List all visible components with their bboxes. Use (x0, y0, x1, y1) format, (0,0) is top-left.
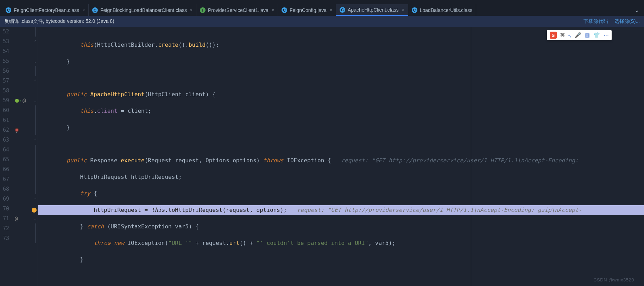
tab-loadbalancerutils[interactable]: C LoadBalancerUtils.class (408, 4, 476, 16)
tab-feignconfig[interactable]: C FeignConfig.java × (278, 4, 336, 16)
inline-debug-hint: request: "GET http://providerservice/use… (341, 157, 578, 164)
skin-icon[interactable]: 👕 (593, 32, 600, 38)
ime-punct-icon[interactable]: •, (568, 33, 571, 38)
editor-tab-bar: C FeignClientFactoryBean.class × C Feign… (0, 4, 644, 16)
banner-text: 反编译 .class文件, bytecode version: 52.0 (Ja… (4, 18, 114, 25)
interface-icon: I (200, 7, 206, 13)
tab-feignclientfactorybean[interactable]: C FeignClientFactoryBean.class × (2, 4, 89, 16)
download-sources-link[interactable]: 下载源代码 (583, 18, 608, 25)
line-number-column: 5253545556575859606162636465666768697071… (0, 27, 13, 286)
ime-lang-label[interactable]: 英 (560, 32, 565, 38)
close-icon[interactable]: × (330, 8, 332, 13)
intention-bulb-icon[interactable] (32, 208, 37, 213)
tab-label: FeignClientFactoryBean.class (14, 7, 79, 13)
breakpoint-icon[interactable] (15, 128, 19, 132)
class-icon: C (340, 7, 345, 13)
tab-feignblockingloadbalancerclient[interactable]: C FeignBlockingLoadBalancerClient.class … (89, 4, 196, 16)
gutter[interactable]: 5253545556575859606162636465666768697071… (0, 27, 38, 286)
tab-label: ApacheHttpClient.class (348, 7, 399, 13)
choose-sources-link[interactable]: 选择源(S)... (614, 18, 640, 25)
top-spacer (0, 0, 644, 4)
at-annotation-icon: @ (23, 97, 26, 104)
class-icon: C (282, 7, 287, 13)
tab-label: ProviderServiceClient1.java (208, 7, 269, 13)
execution-point-line: httpUriRequest = this.toHttpUriRequest(r… (38, 205, 644, 215)
close-icon[interactable]: × (272, 8, 274, 13)
more-icon[interactable]: ⋯ (604, 32, 609, 38)
tab-providerserviceclient1[interactable]: I ProviderServiceClient1.java × (196, 4, 278, 16)
at-annotation-icon: @ (15, 215, 18, 222)
override-up-icon[interactable]: 🟢↑ (15, 99, 21, 103)
tabs-dropdown-icon[interactable]: ⌄ (630, 7, 644, 13)
class-icon: C (412, 7, 417, 13)
ime-logo-icon[interactable]: S (550, 32, 557, 39)
code-area[interactable]: this(HttpClientBuilder.create().build())… (38, 27, 644, 286)
ime-toolbar[interactable]: S 英 •, 🎤 ▦ 👕 ⋯ (547, 30, 612, 40)
fold-column[interactable]: ⌃ ⌄ ⌃ ⌄ ⌃ ⌃ ⌄ (33, 27, 38, 286)
class-icon: C (92, 7, 98, 13)
marker-column: 🟢↑@ @ (13, 27, 33, 286)
tab-label: LoadBalancerUtils.class (420, 7, 472, 13)
microphone-icon[interactable]: 🎤 (575, 32, 581, 38)
tab-label: FeignBlockingLoadBalancerClient.class (100, 7, 187, 13)
inline-debug-hint: request: "GET http://providerservice/use… (297, 207, 582, 213)
class-icon: C (6, 7, 11, 13)
close-icon[interactable]: × (190, 8, 192, 13)
tab-label: FeignConfig.java (290, 7, 327, 13)
decompiled-banner: 反编译 .class文件, bytecode version: 52.0 (Ja… (0, 16, 644, 27)
keyboard-icon[interactable]: ▦ (585, 32, 590, 38)
editor-area: 5253545556575859606162636465666768697071… (0, 27, 644, 286)
close-icon[interactable]: × (402, 7, 404, 12)
tab-apachehttpclient[interactable]: C ApacheHttpClient.class × (336, 4, 408, 16)
close-icon[interactable]: × (82, 8, 85, 13)
watermark-text: CSDN @wmx3520 (593, 277, 634, 282)
right-margin-guide (471, 27, 471, 286)
